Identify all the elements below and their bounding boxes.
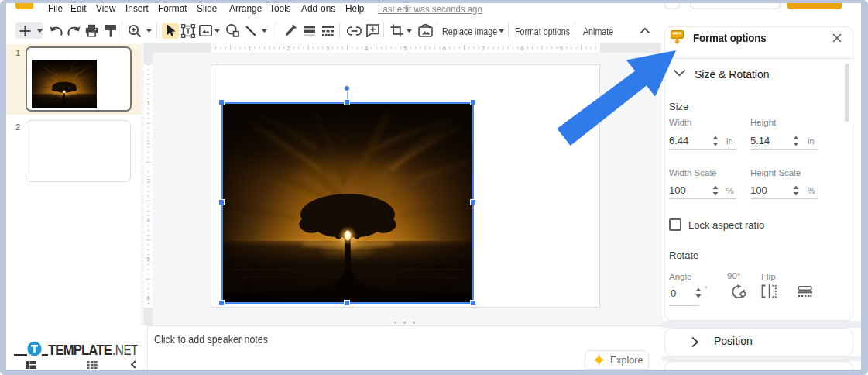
- svg-text:3: 3: [146, 177, 149, 184]
- svg-text:4: 4: [146, 217, 149, 224]
- svg-text:7: 7: [482, 45, 485, 52]
- svg-text:.NET: .NET: [112, 342, 139, 358]
- svg-text:2: 2: [146, 139, 149, 146]
- svg-text:6: 6: [443, 45, 446, 52]
- svg-text:5: 5: [146, 256, 149, 263]
- svg-text:1: 1: [146, 100, 149, 107]
- svg-text:2: 2: [287, 45, 290, 52]
- svg-text:5: 5: [403, 45, 407, 52]
- svg-text:6: 6: [146, 294, 149, 301]
- svg-text:TEMPLATE: TEMPLATE: [48, 342, 112, 358]
- svg-text:1: 1: [248, 45, 251, 52]
- svg-text:3: 3: [326, 45, 329, 52]
- svg-text:4: 4: [365, 45, 368, 52]
